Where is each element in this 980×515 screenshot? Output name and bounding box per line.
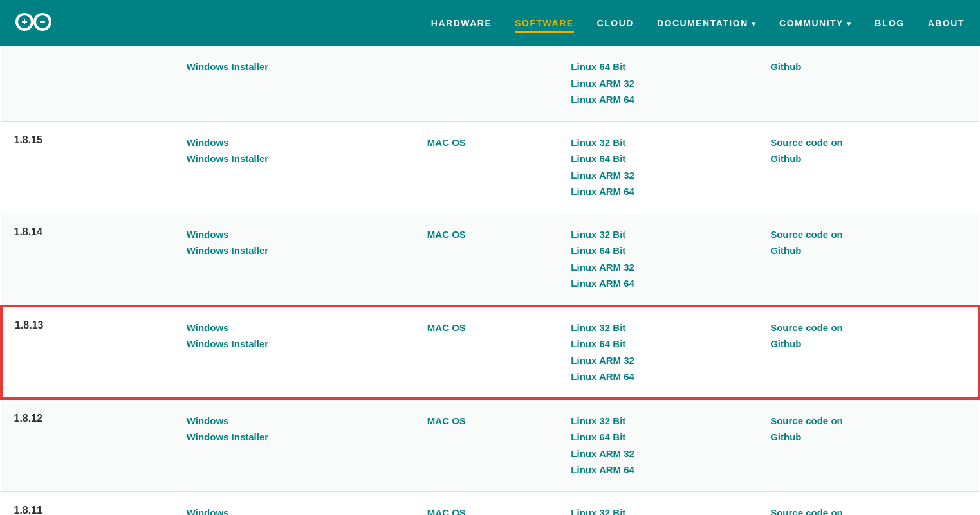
nav-item-cloud[interactable]: CLOUD: [597, 17, 634, 29]
nav-links: HARDWARE SOFTWARE CLOUD DOCUMENTATION CO…: [431, 17, 965, 29]
linux-link[interactable]: Linux ARM 64: [571, 91, 744, 108]
source-text: Source code on: [770, 413, 966, 429]
source-link[interactable]: Github: [770, 59, 966, 75]
windows-link[interactable]: Windows: [187, 505, 402, 516]
source-cell: Github: [757, 46, 979, 121]
macos-link[interactable]: MAC OS: [427, 413, 546, 429]
nav-item-software[interactable]: SOFTWARE: [515, 17, 573, 29]
nav-link-blog[interactable]: BLOG: [874, 18, 904, 28]
macos-cell: MAC OS: [414, 121, 559, 213]
navbar: HARDWARE SOFTWARE CLOUD DOCUMENTATION CO…: [0, 0, 980, 46]
windows-cell: WindowsWindows Installer: [174, 399, 414, 491]
windows-link[interactable]: Windows Installer: [187, 336, 402, 352]
nav-item-community[interactable]: COMMUNITY: [779, 17, 851, 29]
macos-link[interactable]: MAC OS: [427, 134, 546, 151]
source-cell: Source code onGithub: [757, 213, 979, 305]
macos-link[interactable]: MAC OS: [427, 226, 546, 243]
nav-link-documentation[interactable]: DOCUMENTATION: [657, 18, 756, 28]
macos-cell: [414, 46, 559, 121]
nav-link-hardware[interactable]: HARDWARE: [431, 18, 492, 28]
linux-link[interactable]: Linux 32 Bit: [571, 505, 744, 516]
linux-link[interactable]: Linux 64 Bit: [571, 429, 744, 446]
windows-cell: WindowsWindows Installer: [174, 213, 414, 305]
windows-link[interactable]: Windows Installer: [187, 150, 402, 167]
linux-cell: Linux 32 BitLinux 64 BitLinux ARM 32Linu…: [558, 491, 757, 515]
source-text: Source code on: [770, 226, 966, 243]
macos-link[interactable]: MAC OS: [427, 505, 546, 516]
source-link[interactable]: Github: [770, 242, 966, 259]
nav-item-hardware[interactable]: HARDWARE: [431, 17, 492, 29]
logo[interactable]: [15, 10, 51, 36]
version-cell: 1.8.15: [1, 121, 174, 213]
linux-link[interactable]: Linux 32 Bit: [571, 320, 744, 336]
version-cell: 1.8.12: [1, 399, 174, 491]
nav-item-documentation[interactable]: DOCUMENTATION: [657, 17, 756, 29]
windows-link[interactable]: Windows: [187, 413, 402, 429]
source-cell: Source code onGithub: [757, 491, 979, 515]
source-link[interactable]: Github: [770, 150, 966, 167]
windows-link[interactable]: Windows: [187, 134, 402, 151]
linux-link[interactable]: Linux ARM 32: [571, 75, 744, 92]
windows-link[interactable]: Windows: [187, 320, 402, 336]
linux-link[interactable]: Linux 64 Bit: [571, 336, 744, 352]
linux-link[interactable]: Linux ARM 64: [571, 275, 744, 292]
nav-link-community[interactable]: COMMUNITY: [779, 18, 851, 28]
linux-cell: Linux 32 BitLinux 64 BitLinux ARM 32Linu…: [558, 305, 757, 399]
windows-cell: Windows Installer: [174, 46, 414, 121]
source-link[interactable]: Github: [770, 336, 965, 352]
linux-link[interactable]: Linux ARM 64: [571, 462, 744, 478]
macos-cell: MAC OS: [414, 491, 559, 515]
table-row: 1.8.14WindowsWindows InstallerMAC OSLinu…: [1, 213, 979, 305]
source-text: Source code on: [770, 320, 965, 336]
table-row: Windows InstallerLinux 64 BitLinux ARM 3…: [1, 46, 979, 121]
version-cell: 1.8.13: [1, 305, 174, 399]
windows-link[interactable]: Windows Installer: [187, 242, 402, 259]
linux-link[interactable]: Linux ARM 32: [571, 352, 744, 369]
macos-cell: MAC OS: [414, 213, 559, 305]
linux-link[interactable]: Linux 32 Bit: [571, 134, 744, 151]
source-text: Source code on: [770, 505, 966, 516]
version-cell: 1.8.14: [1, 213, 174, 305]
linux-cell: Linux 32 BitLinux 64 BitLinux ARM 32Linu…: [558, 121, 757, 213]
windows-link[interactable]: Windows Installer: [187, 429, 402, 446]
nav-item-about[interactable]: ABOUT: [928, 17, 965, 29]
windows-cell: WindowsWindows Installer: [174, 305, 414, 399]
linux-link[interactable]: Linux 64 Bit: [571, 242, 744, 259]
windows-cell: WindowsWindows Installer: [174, 121, 414, 213]
nav-link-cloud[interactable]: CLOUD: [597, 18, 634, 28]
macos-cell: MAC OS: [414, 399, 559, 491]
windows-cell: WindowsWindows Installer: [174, 491, 414, 515]
macos-link[interactable]: MAC OS: [427, 320, 546, 336]
source-text: Source code on: [770, 134, 966, 151]
source-cell: Source code onGithub: [757, 305, 979, 399]
linux-link[interactable]: Linux 32 Bit: [571, 226, 744, 243]
linux-link[interactable]: Linux ARM 32: [571, 259, 744, 276]
linux-cell: Linux 32 BitLinux 64 BitLinux ARM 32Linu…: [558, 399, 757, 491]
table-row: 1.8.13WindowsWindows InstallerMAC OSLinu…: [1, 305, 979, 399]
linux-cell: Linux 64 BitLinux ARM 32Linux ARM 64: [558, 46, 757, 121]
linux-cell: Linux 32 BitLinux 64 BitLinux ARM 32Linu…: [558, 213, 757, 305]
nav-link-software[interactable]: SOFTWARE: [515, 18, 573, 33]
table-row: 1.8.11WindowsWindows InstallerMAC OSLinu…: [1, 491, 979, 515]
nav-link-about[interactable]: ABOUT: [928, 18, 965, 28]
svg-rect-5: [24, 19, 25, 24]
windows-link[interactable]: Windows Installer: [187, 59, 402, 75]
downloads-table-container: Windows InstallerLinux 64 BitLinux ARM 3…: [0, 46, 980, 515]
table-row: 1.8.15WindowsWindows InstallerMAC OSLinu…: [1, 121, 979, 213]
source-cell: Source code onGithub: [757, 399, 979, 491]
version-cell: [1, 46, 174, 121]
linux-link[interactable]: Linux ARM 64: [571, 183, 744, 200]
version-cell: 1.8.11: [1, 491, 174, 515]
source-link[interactable]: Github: [770, 429, 966, 446]
source-cell: Source code onGithub: [757, 121, 979, 213]
linux-link[interactable]: Linux 32 Bit: [571, 413, 744, 429]
linux-link[interactable]: Linux 64 Bit: [571, 59, 744, 75]
windows-link[interactable]: Windows: [187, 226, 402, 243]
linux-link[interactable]: Linux ARM 64: [571, 368, 744, 385]
nav-item-blog[interactable]: BLOG: [874, 17, 904, 29]
downloads-table: Windows InstallerLinux 64 BitLinux ARM 3…: [0, 46, 980, 515]
linux-link[interactable]: Linux 64 Bit: [571, 150, 744, 167]
svg-rect-6: [40, 21, 45, 23]
linux-link[interactable]: Linux ARM 32: [571, 167, 744, 184]
linux-link[interactable]: Linux ARM 32: [571, 446, 744, 462]
